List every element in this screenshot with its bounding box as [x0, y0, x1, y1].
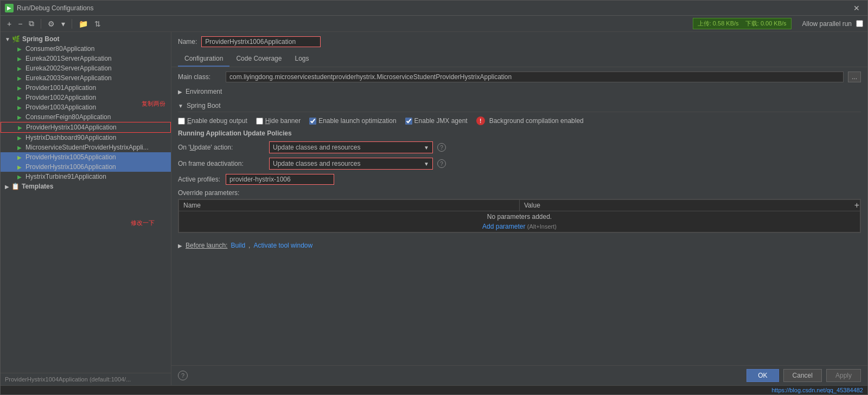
on-frame-help-icon[interactable]: ?: [437, 159, 446, 168]
spring-boot-group-header[interactable]: ▼ 🌿 Spring Boot: [1, 34, 171, 44]
policies-section: Running Application Update Policies On '…: [178, 129, 861, 170]
folder-button[interactable]: 📁: [76, 18, 90, 29]
before-launch-label: Before launch:: [186, 242, 227, 249]
allow-parallel-label: Allow parallel run: [802, 20, 852, 28]
enable-launch-checkbox[interactable]: [309, 118, 316, 125]
toolbar-separator-1: [41, 19, 41, 29]
on-frame-row: On frame deactivation: Update classes an…: [178, 158, 861, 170]
browse-main-class-button[interactable]: ...: [848, 72, 861, 82]
bottom-left: ?: [178, 371, 188, 380]
enable-debug-item: Enable debug output: [178, 117, 247, 125]
spring-boot-group-label: Spring Boot: [22, 35, 60, 43]
background-compilation-item: ! Background compilation enabled: [476, 116, 584, 125]
sidebar-item-microservice[interactable]: ▶ MicroserviceStudentProviderHystrixAppl…: [1, 143, 171, 152]
app-icon: ▶: [16, 153, 23, 161]
sidebar-bottom-label: ProviderHystrix1004Application (default:…: [1, 373, 171, 385]
window-icon: ▶: [5, 4, 14, 12]
active-profiles-input[interactable]: [226, 174, 334, 185]
app-icon: ▶: [16, 45, 23, 53]
sidebar-item-eureka2001[interactable]: ▶ Eureka2001ServerApplication: [1, 54, 171, 63]
override-table-container: Name Value No parameters added.: [178, 199, 861, 233]
app-icon: ▶: [16, 144, 23, 151]
copy-config-button[interactable]: ⧉: [27, 18, 36, 29]
sidebar-item-provider1001[interactable]: ▶ Provider1001Application: [1, 83, 171, 93]
on-update-help-icon[interactable]: ?: [437, 143, 446, 152]
sidebar-item-eureka2002[interactable]: ▶ Eureka2002ServerApplication: [1, 63, 171, 73]
add-param-link[interactable]: Add parameter: [482, 223, 525, 230]
close-button[interactable]: ✕: [850, 3, 863, 14]
col-value-header: Value: [520, 200, 860, 211]
before-launch-arrow[interactable]: ▶: [178, 243, 182, 249]
add-param-button[interactable]: +: [854, 200, 859, 210]
sidebar-item-consumer80[interactable]: ▶ Consumer80Application: [1, 44, 171, 54]
sidebar-item-hystrixdashboard[interactable]: ▶ HystrixDashboard90Application: [1, 133, 171, 143]
spring-boot-section-title: ▼ Spring Boot: [178, 100, 861, 112]
spring-boot-collapse-arrow[interactable]: ▼: [178, 103, 183, 109]
env-label: Environment: [186, 88, 222, 95]
right-panel: Name: Configuration Code Coverage Logs M…: [171, 32, 867, 385]
before-launch-separator: ,: [248, 242, 250, 249]
remove-config-button[interactable]: −: [16, 18, 24, 29]
sidebar-item-provider1002[interactable]: ▶ Provider1002Application: [1, 93, 171, 102]
ok-button[interactable]: OK: [746, 369, 778, 382]
on-update-select[interactable]: Update classes and resources Hot swap cl…: [270, 142, 432, 153]
sidebar-item-providerhystrix1004[interactable]: ▶ ProviderHystrix1004Application: [1, 122, 171, 133]
activate-link[interactable]: Activate tool window: [253, 242, 312, 249]
main-class-input[interactable]: [226, 72, 844, 82]
allow-parallel-checkbox[interactable]: [856, 20, 863, 27]
arrow-dropdown-button[interactable]: ▾: [59, 18, 67, 29]
on-frame-select[interactable]: Update classes and resources Hot swap cl…: [270, 158, 432, 169]
app-icon: ▶: [16, 124, 24, 131]
hide-banner-checkbox[interactable]: [256, 118, 263, 125]
add-param-shortcut: (Alt+Insert): [527, 223, 557, 230]
main-content: ▼ 🌿 Spring Boot ▶ Consumer80Application …: [1, 32, 867, 385]
sort-button[interactable]: ⇅: [92, 18, 103, 29]
name-input[interactable]: [201, 36, 321, 47]
enable-debug-checkbox[interactable]: [178, 118, 185, 125]
app-icon: ▶: [16, 173, 23, 180]
before-launch-section: ▶ Before launch: Build , Activate tool w…: [178, 237, 861, 249]
tab-configuration[interactable]: Configuration: [178, 51, 229, 67]
override-table: Name Value No parameters added.: [178, 199, 860, 232]
spring-boot-group: ▼ 🌿 Spring Boot ▶ Consumer80Application …: [1, 34, 171, 182]
title-bar-controls: ✕: [850, 3, 863, 14]
enable-jmx-checkbox[interactable]: [405, 118, 412, 125]
no-params-text: No parameters added.: [183, 213, 856, 221]
sidebar: ▼ 🌿 Spring Boot ▶ Consumer80Application …: [1, 32, 171, 385]
network-download: 下载: 0.00 KB/s: [745, 20, 787, 27]
background-compilation-error-icon: !: [476, 116, 485, 125]
build-link[interactable]: Build: [231, 242, 245, 249]
app-icon: ▶: [16, 113, 23, 121]
tab-code-coverage[interactable]: Code Coverage: [229, 51, 288, 67]
sidebar-tree: ▼ 🌿 Spring Boot ▶ Consumer80Application …: [1, 32, 171, 373]
tab-logs[interactable]: Logs: [288, 51, 315, 67]
environment-section[interactable]: ▶ Environment: [178, 87, 861, 96]
apply-button[interactable]: Apply: [826, 369, 861, 382]
active-profiles-label: Active profiles:: [178, 176, 221, 183]
bottom-buttons: OK Cancel Apply: [746, 369, 861, 382]
env-collapse-arrow: ▶: [178, 89, 182, 95]
sidebar-item-consumerfeign80[interactable]: ▶ ConsumerFeign80Application: [1, 112, 171, 122]
cancel-button[interactable]: Cancel: [783, 369, 822, 382]
override-section: Override parameters: Name Value: [178, 189, 861, 233]
settings-button[interactable]: ⚙: [46, 18, 57, 29]
main-class-label: Main class:: [178, 73, 221, 81]
title-bar-left: ▶ Run/Debug Configurations: [5, 4, 93, 12]
checkboxes-row: Enable debug output Hide banner: [178, 116, 861, 125]
sidebar-item-providerhystrix1006[interactable]: ▶ ProviderHystrix1006Application: [1, 162, 171, 172]
tabs-row: Configuration Code Coverage Logs: [171, 51, 867, 67]
help-icon[interactable]: ?: [178, 371, 188, 380]
sidebar-item-provider1003[interactable]: ▶ Provider1003Application: [1, 102, 171, 112]
on-frame-label: On frame deactivation:: [178, 160, 265, 167]
add-config-button[interactable]: +: [5, 18, 14, 29]
app-icon: ▶: [16, 103, 23, 111]
on-update-row: On 'Update' action: Update classes and r…: [178, 141, 861, 153]
sidebar-item-hystrix91[interactable]: ▶ HystrixTurbine91Application: [1, 172, 171, 182]
sidebar-item-providerhystrix1005[interactable]: ▶ ProviderHystrix1005Application: [1, 152, 171, 162]
templates-item[interactable]: ▶ 📋 Templates: [1, 182, 171, 191]
name-row: Name:: [171, 32, 867, 51]
status-url: https://blog.csdn.net/qq_45384482: [771, 387, 863, 393]
app-icon: ▶: [16, 64, 23, 72]
sidebar-item-eureka2003[interactable]: ▶ Eureka2003ServerApplication: [1, 73, 171, 83]
on-update-select-wrapper: Update classes and resources Hot swap cl…: [269, 141, 433, 153]
